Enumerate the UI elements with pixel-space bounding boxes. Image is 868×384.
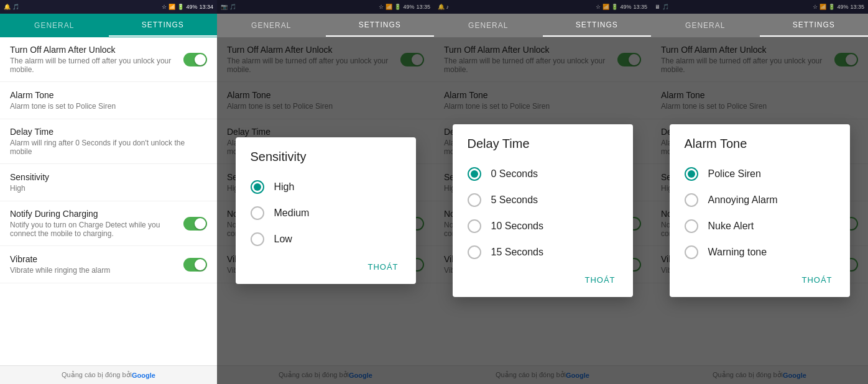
phone-panel-1: 🔔 🎵 ☆📶🔋49% 13:34 GENERALSETTINGSTurn Off… bbox=[0, 0, 217, 384]
modal-dismiss-button[interactable]: THOÁT bbox=[582, 270, 617, 290]
radio-label: High bbox=[274, 181, 295, 193]
tab-general[interactable]: GENERAL bbox=[651, 15, 760, 36]
radio-circle bbox=[468, 193, 481, 207]
settings-list: Turn Off Alarm After UnlockThe alarm wil… bbox=[0, 37, 217, 365]
settings-item-2[interactable]: Delay TimeAlarm will ring after 0 Second… bbox=[0, 119, 217, 164]
radio-circle bbox=[468, 167, 481, 181]
settings-item-title: Sensitivity bbox=[10, 172, 207, 182]
radio-label: Nuke Alert bbox=[708, 221, 754, 232]
radio-option-1[interactable]: 5 Seconds bbox=[468, 187, 618, 213]
radio-circle bbox=[685, 167, 698, 181]
radio-option-0[interactable]: Police Siren bbox=[685, 161, 835, 187]
modal-box: Delay Time0 Seconds5 Seconds10 Seconds15… bbox=[453, 124, 633, 297]
toggle-switch[interactable] bbox=[183, 258, 207, 272]
radio-circle bbox=[685, 193, 698, 207]
settings-item-title: Vibrate bbox=[10, 254, 183, 264]
radio-label: Annoying Alarm bbox=[708, 194, 778, 206]
status-right: ☆📶🔋49% 13:34 bbox=[162, 4, 213, 10]
status-left: 🔔 ♪ bbox=[438, 4, 449, 10]
status-bar: 🔔 🎵 ☆📶🔋49% 13:34 bbox=[0, 0, 217, 14]
radio-circle bbox=[468, 245, 481, 259]
tab-general[interactable]: GENERAL bbox=[434, 15, 543, 36]
modal-overlay: Alarm TonePolice SirenAnnoying AlarmNuke… bbox=[651, 37, 868, 384]
tab-bar: GENERALSETTINGS bbox=[434, 14, 651, 37]
radio-circle bbox=[251, 206, 264, 220]
modal-title: Delay Time bbox=[468, 137, 618, 151]
settings-item-subtitle: The alarm will be turned off after you u… bbox=[10, 57, 183, 74]
radio-label: 0 Seconds bbox=[491, 168, 538, 180]
modal-overlay: SensitivityHighMediumLowTHOÁT bbox=[217, 37, 434, 384]
settings-item-subtitle: Alarm will ring after 0 Seconds if you d… bbox=[10, 139, 207, 156]
settings-item-subtitle: High bbox=[10, 184, 207, 193]
settings-item-title: Alarm Tone bbox=[10, 90, 207, 100]
status-bar: 🖥 🎵 ☆📶🔋49% 13:35 bbox=[651, 0, 868, 14]
radio-circle bbox=[468, 219, 481, 233]
ad-bar: Quảng cáo bị đóng bởi Google bbox=[0, 365, 217, 384]
radio-option-3[interactable]: 15 Seconds bbox=[468, 239, 618, 265]
status-left: 🔔 🎵 bbox=[4, 4, 19, 10]
modal-dismiss-button[interactable]: THOÁT bbox=[799, 270, 834, 290]
toggle-switch[interactable] bbox=[183, 53, 207, 66]
settings-item-subtitle: Alarm tone is set to Police Siren bbox=[10, 102, 207, 111]
radio-option-3[interactable]: Warning tone bbox=[685, 239, 835, 265]
phone-panel-4: 🖥 🎵 ☆📶🔋49% 13:35 GENERALSETTINGSTurn Off… bbox=[651, 0, 868, 384]
settings-item-5[interactable]: VibrateVibrate while ringing the alarm bbox=[0, 246, 217, 283]
tab-bar: GENERALSETTINGS bbox=[651, 14, 868, 37]
radio-option-1[interactable]: Annoying Alarm bbox=[685, 187, 835, 213]
settings-item-0[interactable]: Turn Off Alarm After UnlockThe alarm wil… bbox=[0, 37, 217, 82]
modal-footer: THOÁT bbox=[685, 265, 835, 292]
tab-settings[interactable]: SETTINGS bbox=[760, 14, 869, 37]
radio-label: Medium bbox=[274, 208, 310, 219]
status-right: ☆📶🔋49% 13:35 bbox=[813, 4, 864, 10]
settings-item-3[interactable]: SensitivityHigh bbox=[0, 164, 217, 201]
radio-label: 5 Seconds bbox=[491, 194, 538, 206]
modal-overlay: Delay Time0 Seconds5 Seconds10 Seconds15… bbox=[434, 37, 651, 384]
radio-label: 15 Seconds bbox=[491, 247, 544, 258]
radio-circle bbox=[251, 180, 264, 194]
status-bar: 🔔 ♪ ☆📶🔋49% 13:35 bbox=[434, 0, 651, 14]
status-left: 📷 🎵 bbox=[221, 4, 236, 10]
radio-option-2[interactable]: Low bbox=[251, 226, 401, 252]
phone-panel-3: 🔔 ♪ ☆📶🔋49% 13:35 GENERALSETTINGSTurn Off… bbox=[434, 0, 651, 384]
tab-settings[interactable]: SETTINGS bbox=[543, 14, 652, 37]
settings-item-title: Turn Off Alarm After Unlock bbox=[10, 45, 183, 55]
tab-bar: GENERALSETTINGS bbox=[217, 14, 434, 37]
radio-circle bbox=[251, 232, 264, 246]
tab-settings[interactable]: SETTINGS bbox=[109, 14, 218, 37]
radio-label: 10 Seconds bbox=[491, 221, 544, 232]
radio-label: Warning tone bbox=[708, 247, 767, 258]
radio-option-0[interactable]: High bbox=[251, 174, 401, 200]
tab-general[interactable]: GENERAL bbox=[217, 15, 326, 36]
settings-item-4[interactable]: Notify During ChargingNotify you to turn… bbox=[0, 201, 217, 246]
radio-label: Police Siren bbox=[708, 168, 761, 180]
radio-circle bbox=[685, 219, 698, 233]
toggle-switch[interactable] bbox=[183, 217, 207, 231]
tab-settings[interactable]: SETTINGS bbox=[326, 14, 435, 37]
status-right: ☆📶🔋49% 13:35 bbox=[596, 4, 647, 10]
status-right: ☆📶🔋49% 13:35 bbox=[379, 4, 430, 10]
status-bar: 📷 🎵 ☆📶🔋49% 13:35 bbox=[217, 0, 434, 14]
settings-item-title: Notify During Charging bbox=[10, 209, 183, 219]
radio-option-1[interactable]: Medium bbox=[251, 200, 401, 226]
tab-general[interactable]: GENERAL bbox=[0, 15, 109, 36]
phone-panel-2: 📷 🎵 ☆📶🔋49% 13:35 GENERALSETTINGSTurn Off… bbox=[217, 0, 434, 384]
modal-box: SensitivityHighMediumLowTHOÁT bbox=[236, 137, 416, 284]
radio-option-0[interactable]: 0 Seconds bbox=[468, 161, 618, 187]
settings-item-subtitle: Notify you to turn on Charge Detect whil… bbox=[10, 221, 183, 238]
modal-dismiss-button[interactable]: THOÁT bbox=[365, 257, 400, 277]
tab-bar: GENERALSETTINGS bbox=[0, 14, 217, 37]
modal-footer: THOÁT bbox=[251, 252, 401, 279]
settings-item-title: Delay Time bbox=[10, 127, 207, 137]
radio-option-2[interactable]: Nuke Alert bbox=[685, 213, 835, 239]
modal-footer: THOÁT bbox=[468, 265, 618, 292]
radio-label: Low bbox=[274, 234, 292, 245]
status-left: 🖥 🎵 bbox=[655, 4, 669, 10]
settings-item-1[interactable]: Alarm ToneAlarm tone is set to Police Si… bbox=[0, 82, 217, 119]
modal-title: Sensitivity bbox=[251, 150, 401, 164]
settings-item-subtitle: Vibrate while ringing the alarm bbox=[10, 266, 183, 275]
radio-option-2[interactable]: 10 Seconds bbox=[468, 213, 618, 239]
modal-title: Alarm Tone bbox=[685, 137, 835, 151]
modal-box: Alarm TonePolice SirenAnnoying AlarmNuke… bbox=[670, 124, 850, 297]
radio-circle bbox=[685, 245, 698, 259]
